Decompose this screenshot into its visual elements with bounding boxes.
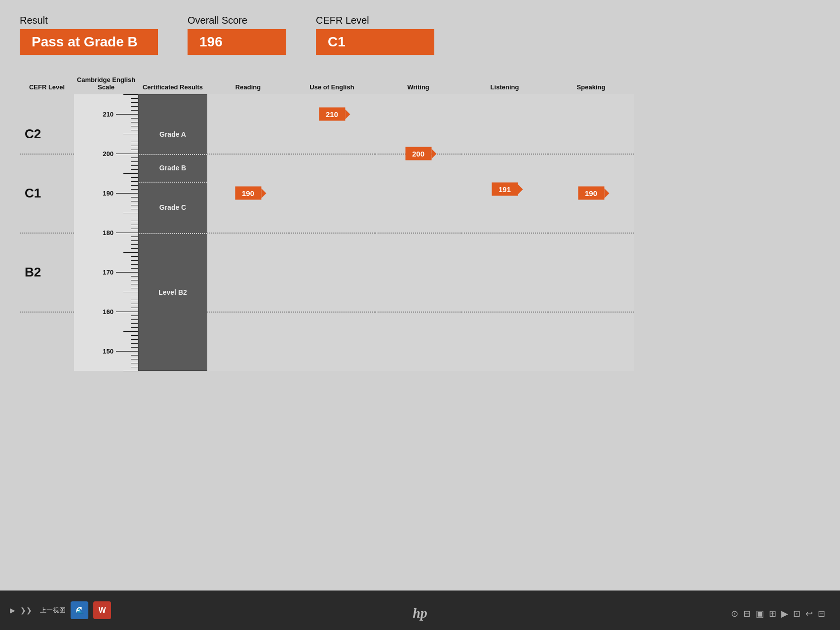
col-header-reading: Reading xyxy=(207,70,289,94)
cefr-dotted-200 xyxy=(20,154,74,155)
cert-sep-Grade C xyxy=(139,233,207,234)
tick-159 xyxy=(131,315,138,316)
score-badge-speaking: 190 xyxy=(578,187,604,200)
tick-197 xyxy=(131,165,138,166)
score-badge-use_of_english: 210 xyxy=(319,108,345,121)
scale-number-160: 160 xyxy=(103,308,114,315)
tick-172 xyxy=(131,264,138,265)
dotted-180-reading xyxy=(207,233,289,234)
tick-198 xyxy=(131,161,138,162)
col-body-scale_col: 150160170180190200210 xyxy=(74,94,138,371)
tray-icon-7[interactable]: ↩ xyxy=(805,608,813,619)
col-header-scale_col: Cambridge English Scale xyxy=(74,70,138,94)
col-body-listening: 191 xyxy=(461,94,548,371)
score-badge-listening: 191 xyxy=(492,183,518,196)
cefr-header-label: CEFR Level xyxy=(316,15,434,26)
tick-210 xyxy=(116,114,138,115)
tick-192 xyxy=(131,185,138,186)
result-value: Pass at Grade B xyxy=(20,29,158,55)
tick-176 xyxy=(131,248,138,249)
tick-171 xyxy=(131,268,138,269)
tick-169 xyxy=(131,276,138,276)
dotted-200-use_of_english xyxy=(289,154,375,155)
col-body-speaking: 190 xyxy=(548,94,634,371)
tray-icon-4[interactable]: ⊞ xyxy=(769,608,776,619)
col-speaking: Speaking190 xyxy=(548,70,634,371)
tick-158 xyxy=(131,319,138,320)
tick-179 xyxy=(131,236,138,237)
tick-180 xyxy=(116,233,138,233)
tick-153 xyxy=(131,339,138,340)
tick-173 xyxy=(131,260,138,261)
tick-212 xyxy=(131,106,138,107)
tick-190 xyxy=(116,193,138,194)
cefr-level-B2: B2 xyxy=(25,265,41,280)
prev-view-label[interactable]: 上一视图 xyxy=(40,606,66,615)
tick-170 xyxy=(116,272,138,273)
overall-label: Overall Score xyxy=(188,15,286,26)
result-label: Result xyxy=(20,15,158,26)
cert-sep-Grade B xyxy=(139,182,207,183)
score-arrow-speaking xyxy=(604,188,609,198)
hp-logo: hp xyxy=(413,605,427,621)
tick-209 xyxy=(131,118,138,118)
cert-label-Grade-A: Grade A xyxy=(142,130,203,138)
col-body-cefr_col: C2C1B2 xyxy=(20,94,74,371)
cert-label-Grade-C: Grade C xyxy=(142,203,203,211)
tick-204 xyxy=(131,138,138,138)
cefr-section: CEFR Level C1 xyxy=(316,15,434,55)
col-body-cert_col: Grade AGrade BGrade CLevel B2 xyxy=(138,94,207,371)
tick-146 xyxy=(131,367,138,367)
tray-icon-2[interactable]: ⊟ xyxy=(743,608,751,619)
scale-number-150: 150 xyxy=(103,348,114,355)
tray-icon-6[interactable]: ⊡ xyxy=(793,608,801,619)
tick-193 xyxy=(131,181,138,182)
cert-sep-Grade A xyxy=(139,154,207,155)
tick-183 xyxy=(131,221,138,221)
tick-215 xyxy=(123,94,138,95)
score-arrow-writing xyxy=(431,149,436,158)
cert-label-Level-B2: Level B2 xyxy=(142,288,203,296)
col-use_of_english: Use of English210 xyxy=(289,70,375,371)
score-arrow-use_of_english xyxy=(345,109,350,119)
tick-156 xyxy=(131,327,138,328)
dotted-180-use_of_english xyxy=(289,233,375,234)
tray-icon-3[interactable]: ▣ xyxy=(756,608,764,619)
tick-150 xyxy=(116,351,138,352)
tick-205 xyxy=(123,134,138,134)
dotted-180-speaking xyxy=(548,233,634,234)
tray-icon-1[interactable]: ⊙ xyxy=(731,608,738,619)
tick-201 xyxy=(131,150,138,150)
dotted-160-speaking xyxy=(548,312,634,313)
tick-161 xyxy=(131,308,138,308)
tick-200 xyxy=(116,154,138,154)
tray-icon-5[interactable]: ▶ xyxy=(781,608,788,619)
scale-number-200: 200 xyxy=(103,150,114,158)
tray-icon-8[interactable]: ⊟ xyxy=(818,608,825,619)
app-icon-1[interactable]: 🌊 xyxy=(71,601,88,619)
col-body-reading: 190 xyxy=(207,94,289,371)
dotted-200-reading xyxy=(207,154,289,155)
nav-arrow-right[interactable]: ❯❯ xyxy=(20,606,32,614)
tick-177 xyxy=(131,244,138,245)
tick-149 xyxy=(131,355,138,355)
cefr-level-C1: C1 xyxy=(25,186,41,201)
tick-178 xyxy=(131,240,138,241)
dotted-200-listening xyxy=(461,154,548,155)
tick-167 xyxy=(131,284,138,284)
col-writing: Writing200 xyxy=(375,70,461,371)
col-header-cefr_col: CEFR Level xyxy=(20,70,74,94)
app-icon-2[interactable]: W xyxy=(93,601,111,619)
nav-arrow-left[interactable]: ▶ xyxy=(10,606,15,614)
tick-184 xyxy=(131,217,138,217)
dotted-180-writing xyxy=(375,233,461,234)
dotted-160-writing xyxy=(375,312,461,313)
col-scale_col: Cambridge English Scale15016017018019020… xyxy=(74,70,138,371)
tick-164 xyxy=(131,296,138,296)
tick-175 xyxy=(123,252,138,253)
col-header-speaking: Speaking xyxy=(548,70,634,94)
tick-211 xyxy=(131,110,138,111)
score-badge-writing: 200 xyxy=(405,147,431,160)
tick-166 xyxy=(131,288,138,288)
dotted-180-listening xyxy=(461,233,548,234)
